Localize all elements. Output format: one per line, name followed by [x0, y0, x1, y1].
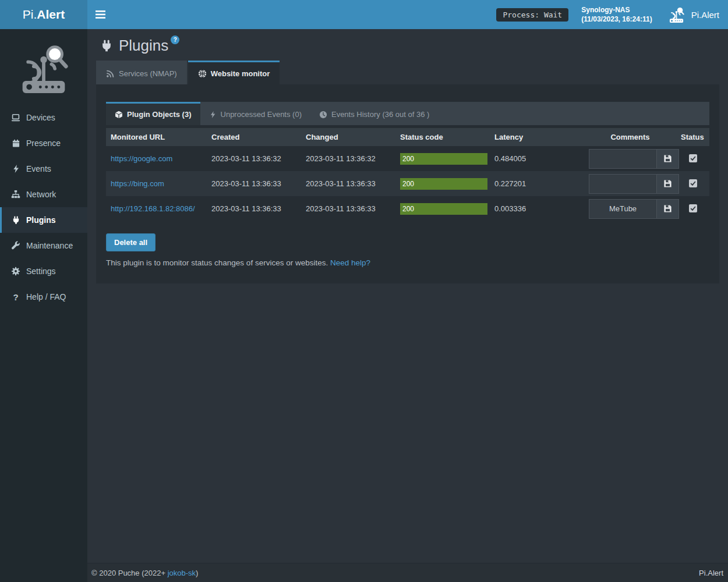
status-code-bar: 200 — [400, 153, 487, 165]
plugin-help-text: This plugin is to monitor status changes… — [106, 258, 709, 267]
laptop-icon — [10, 113, 21, 122]
status-checkbox[interactable] — [689, 154, 697, 162]
sidebar-item-help-faq[interactable]: ? Help / FAQ — [0, 284, 87, 310]
sidebar-item-plugins[interactable]: Plugins — [0, 207, 87, 233]
footer-credits: © 2020 Puche (2022+ jokob-sk) — [91, 569, 198, 577]
monitored-url-link[interactable]: http://192.168.1.82:8086/ — [111, 204, 195, 213]
status-checkbox[interactable] — [689, 204, 697, 212]
sidebar-toggle-button[interactable] — [87, 0, 114, 29]
comment-group — [589, 199, 679, 219]
sidebar: Devices Presence Events Network Plugins … — [0, 29, 87, 582]
footer-brand-label: Pi.Alert — [699, 569, 723, 577]
question-icon: ? — [10, 292, 21, 302]
website-monitor-panel: Plugin Objects (3) Unprocessed Events (0… — [96, 84, 719, 283]
router-logo-icon — [16, 42, 72, 93]
footer-text-prefix: © 2020 Puche (2022+ — [91, 569, 168, 577]
col-status-code: Status code — [395, 128, 490, 146]
globe-icon — [198, 69, 207, 78]
jokob-sk-link[interactable]: jokob-sk — [168, 569, 196, 577]
sidebar-item-network[interactable]: Network — [0, 182, 87, 207]
comment-input[interactable] — [589, 174, 656, 194]
tab-events-history[interactable]: Events History (36 out of 36 ) — [310, 102, 438, 125]
page-footer: © 2020 Puche (2022+ jokob-sk) Pi.Alert — [87, 563, 728, 582]
created-cell: 2023-03-11 13:36:32 — [207, 146, 301, 171]
table-header-row: Monitored URL Created Changed Status cod… — [106, 128, 709, 146]
changed-cell: 2023-03-11 13:36:33 — [301, 196, 395, 221]
signal-icon — [106, 69, 115, 78]
monitored-urls-table: Monitored URL Created Changed Status cod… — [106, 128, 709, 221]
clock-icon — [319, 111, 327, 119]
host-name: Synology-NAS — [581, 5, 652, 15]
plugin-inner-tabs: Plugin Objects (3) Unprocessed Events (0… — [106, 102, 709, 125]
page-header: Plugins ? — [87, 29, 728, 61]
sidebar-item-events[interactable]: Events — [0, 156, 87, 182]
comment-input[interactable] — [589, 149, 656, 169]
user-label: Pi.Alert — [691, 10, 719, 20]
created-cell: 2023-03-11 13:36:33 — [207, 196, 301, 221]
changed-cell: 2023-03-11 13:36:33 — [301, 171, 395, 196]
created-cell: 2023-03-11 13:36:33 — [207, 171, 301, 196]
sidebar-item-label: Settings — [26, 267, 56, 276]
save-comment-button[interactable] — [656, 199, 679, 219]
sidebar-nav: Devices Presence Events Network Plugins … — [0, 105, 87, 310]
table-row: http://192.168.1.82:8086/ 2023-03-11 13:… — [106, 196, 709, 221]
content-area: Plugins ? Services (NMAP) Website monito… — [87, 29, 728, 563]
brand-prefix: Pi. — [23, 8, 37, 22]
comment-input[interactable] — [589, 199, 656, 219]
save-comment-button[interactable] — [656, 149, 679, 169]
tab-label: Website monitor — [211, 69, 270, 78]
col-status: Status — [676, 128, 709, 146]
monitored-url-link[interactable]: https://google.com — [111, 154, 172, 163]
table-row: https://bing.com 2023-03-11 13:36:33 202… — [106, 171, 709, 196]
tab-plugin-objects[interactable]: Plugin Objects (3) — [106, 102, 200, 125]
check-icon — [690, 155, 697, 162]
footer-text-suffix: ) — [196, 569, 198, 577]
latency-cell: 0.003336 — [490, 196, 584, 221]
tab-website-monitor[interactable]: Website monitor — [188, 61, 280, 84]
process-status-badge: Process: Wait — [496, 8, 568, 22]
bolt-icon — [10, 164, 21, 173]
bolt-icon — [209, 111, 217, 119]
delete-all-button[interactable]: Delete all — [106, 233, 156, 251]
check-icon — [690, 205, 697, 212]
save-comment-button[interactable] — [656, 174, 679, 194]
sidebar-item-label: Events — [26, 164, 51, 173]
tab-services-nmap[interactable]: Services (NMAP) — [96, 61, 187, 84]
check-icon — [690, 180, 697, 187]
col-changed: Changed — [301, 128, 395, 146]
sidebar-item-label: Devices — [26, 113, 55, 122]
footer-brand: Pi.Alert — [699, 569, 723, 577]
changed-cell: 2023-03-11 13:36:32 — [301, 146, 395, 171]
monitored-url-link[interactable]: https://bing.com — [111, 179, 164, 188]
save-icon — [663, 204, 672, 213]
sidebar-item-label: Plugins — [26, 215, 56, 225]
sidebar-item-label: Help / FAQ — [26, 292, 66, 301]
status-code-bar: 200 — [400, 203, 487, 215]
need-help-link[interactable]: Need help? — [330, 258, 370, 267]
col-latency: Latency — [490, 128, 584, 146]
status-checkbox[interactable] — [689, 179, 697, 187]
comment-group — [589, 149, 679, 169]
sidebar-item-settings[interactable]: Settings — [0, 258, 87, 284]
sidebar-item-maintenance[interactable]: Maintenance — [0, 233, 87, 258]
tab-label: Services (NMAP) — [119, 69, 177, 78]
help-badge[interactable]: ? — [171, 36, 179, 44]
sidebar-item-label: Network — [26, 190, 56, 199]
user-menu[interactable]: Pi.Alert — [667, 6, 719, 23]
status-code-bar: 200 — [400, 178, 487, 190]
save-icon — [663, 179, 672, 188]
top-navbar: Pi.Alert Process: Wait Synology-NAS (11/… — [0, 0, 728, 29]
save-icon — [663, 154, 672, 163]
sitemap-icon — [10, 190, 21, 199]
sidebar-item-devices[interactable]: Devices — [0, 105, 87, 130]
gear-icon — [10, 267, 21, 276]
tab-unprocessed-events[interactable]: Unprocessed Events (0) — [200, 102, 310, 125]
router-icon — [667, 6, 685, 23]
brand-logo[interactable]: Pi.Alert — [0, 0, 87, 29]
comment-group — [589, 174, 679, 194]
cube-icon — [115, 111, 123, 119]
wrench-icon — [10, 241, 21, 250]
sidebar-item-presence[interactable]: Presence — [0, 130, 87, 156]
navbar-main: Process: Wait Synology-NAS (11/03/2023, … — [87, 0, 728, 29]
app-logo — [0, 29, 87, 104]
